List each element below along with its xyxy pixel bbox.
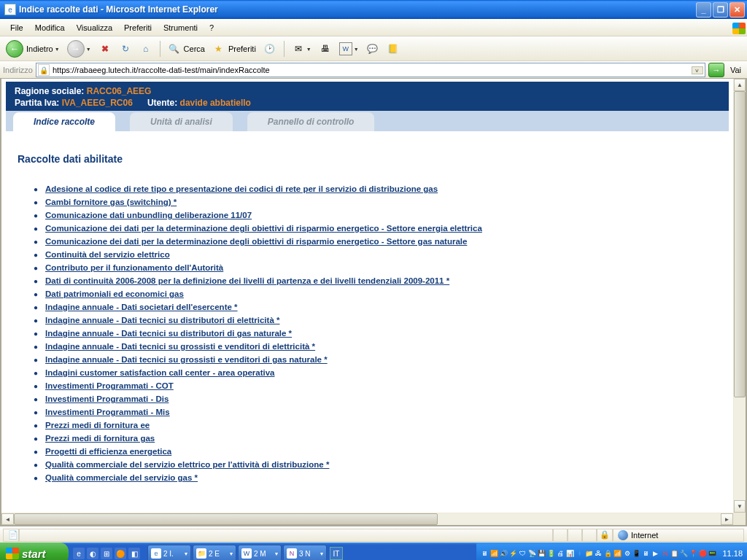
refresh-button[interactable]: ↻	[116, 40, 135, 58]
raccolta-link[interactable]: Continuità del servizio elettrico	[45, 250, 170, 259]
ql-ie-icon[interactable]: e	[73, 548, 85, 559]
menu-favorites[interactable]: Preferiti	[118, 22, 158, 34]
raccolta-link[interactable]: Prezzi medi di fornitura ee	[45, 421, 150, 429]
back-button[interactable]: ← Indietro ▼	[3, 40, 63, 58]
raccolta-link[interactable]: Qualità commerciale del servizio gas *	[45, 473, 198, 482]
search-button[interactable]: 🔍 Cerca	[165, 40, 208, 58]
favorites-button[interactable]: ★ Preferiti	[209, 40, 259, 58]
scroll-track[interactable]	[14, 513, 721, 525]
tray-icon[interactable]: ᚼ	[576, 550, 584, 558]
tray-icon[interactable]: ▶	[651, 550, 659, 558]
tray-icon[interactable]: 📶	[614, 550, 622, 558]
tray-icon[interactable]: ⚙	[623, 550, 631, 558]
scroll-up-button[interactable]: ▲	[734, 79, 746, 91]
tray-icon[interactable]: 📶	[490, 550, 498, 558]
raccolta-link[interactable]: Dati patrimoniali ed economici gas	[45, 289, 184, 298]
tray-icon[interactable]: N	[661, 550, 669, 558]
menu-file[interactable]: File	[4, 22, 29, 34]
tray-icon[interactable]: 🖧	[595, 550, 603, 558]
stop-button[interactable]: ✖	[96, 40, 115, 58]
menu-tools[interactable]: Strumenti	[158, 22, 204, 34]
scroll-left-button[interactable]: ◄	[1, 513, 14, 525]
address-field[interactable]: 🔒 https://rabaeeg.lutech.it/raccolte-dat…	[36, 63, 705, 77]
raccolta-link[interactable]: Indagine annuale - Dati societari dell'e…	[45, 303, 238, 311]
raccolta-link[interactable]: Indagine annuale - Dati tecnici su distr…	[45, 329, 292, 338]
scroll-thumb[interactable]	[734, 91, 746, 397]
history-button[interactable]: 🕑	[260, 40, 279, 58]
tray-icon[interactable]: ⚡	[509, 550, 517, 558]
raccolta-link[interactable]: Cambi fornitore gas (switching) *	[45, 198, 177, 206]
tray-icon[interactable]: 🖥	[481, 550, 489, 558]
address-dropdown-button[interactable]: ⅴ	[692, 66, 703, 74]
tray-icon[interactable]: 🛑	[699, 550, 707, 558]
raccolta-link[interactable]: Progetti di efficienza energetica	[45, 447, 171, 456]
tray-icon[interactable]: 🛡	[519, 550, 527, 558]
tray-icon[interactable]: 🔋	[547, 550, 555, 558]
taskbar-task[interactable]: e2 I.▾	[147, 545, 191, 560]
tray-icon[interactable]: 📁	[585, 550, 593, 558]
edit-button[interactable]: W▼	[336, 40, 362, 58]
tray-icon[interactable]: 🔊	[500, 550, 508, 558]
tray-icon[interactable]: 🖥	[642, 550, 650, 558]
taskbar-task[interactable]: W2 M▾	[238, 545, 282, 560]
raccolta-link[interactable]: Dati di continuità 2006-2008 per la defi…	[45, 276, 449, 285]
tray-icon[interactable]: 🔒	[604, 550, 612, 558]
raccolta-link[interactable]: Comunicazione dati unbundling deliberazi…	[45, 211, 252, 219]
scroll-thumb-h[interactable]	[14, 513, 438, 525]
language-indicator[interactable]: IT	[330, 547, 343, 560]
raccolta-link[interactable]: Indagine annuale - Dati tecnici su gross…	[45, 355, 328, 364]
raccolta-link[interactable]: Adesione al codice di rete tipo e presen…	[45, 184, 438, 193]
tray-icon[interactable]: 📊	[566, 550, 574, 558]
raccolta-link[interactable]: Contributo per il funzionamento dell'Aut…	[45, 263, 223, 272]
forward-button[interactable]: → ▼	[64, 40, 94, 58]
tray-icon[interactable]: 🔧	[680, 550, 688, 558]
ql-icon[interactable]: 🟠	[115, 548, 126, 559]
tray-icon[interactable]: 📟	[708, 550, 716, 558]
scroll-right-button[interactable]: ►	[721, 513, 733, 525]
raccolta-link[interactable]: Investimenti Programmati - Mis	[45, 408, 170, 416]
tray-icon[interactable]: 📱	[632, 550, 640, 558]
discuss-button[interactable]: 💬	[363, 40, 382, 58]
minimize-button[interactable]: _	[696, 2, 711, 18]
tab-unita[interactable]: Unità di analisi	[130, 112, 233, 131]
tray-icon[interactable]: 💾	[538, 550, 546, 558]
start-button[interactable]: start	[0, 542, 69, 560]
tray-icon[interactable]: 🖨	[557, 550, 565, 558]
print-button[interactable]: 🖶	[316, 40, 335, 58]
menu-view[interactable]: Visualizza	[71, 22, 118, 34]
research-button[interactable]: 📒	[384, 40, 403, 58]
tray-icon[interactable]: 📋	[670, 550, 678, 558]
raccolta-link[interactable]: Indagine annuale - Dati tecnici su distr…	[45, 316, 279, 324]
tray-icon[interactable]: 📡	[528, 550, 536, 558]
ql-icon[interactable]: ⊞	[101, 548, 112, 559]
vertical-scrollbar[interactable]: ▲ ▼	[733, 79, 746, 513]
clock[interactable]: 11.18	[722, 549, 743, 558]
raccolta-link[interactable]: Investimenti Programmati - COT	[45, 381, 174, 390]
taskbar-task[interactable]: 📁2 E▾	[193, 545, 236, 560]
taskbar-task[interactable]: N3 N▾	[283, 545, 327, 560]
tab-indice[interactable]: Indice raccolte	[13, 112, 115, 131]
raccolta-link[interactable]: Comunicazione dei dati per la determinaz…	[45, 224, 482, 233]
home-button[interactable]: ⌂	[136, 40, 155, 58]
go-button[interactable]: →	[708, 63, 724, 77]
close-button[interactable]: ✕	[729, 2, 745, 18]
raccolta-link[interactable]: Indagini customer satisfaction call cent…	[45, 368, 274, 377]
scroll-down-button[interactable]: ▼	[734, 500, 746, 513]
raccolta-link[interactable]: Investimenti Programmati - Dis	[45, 394, 169, 403]
ql-icon[interactable]: ◐	[87, 548, 98, 559]
menu-help[interactable]: ?	[204, 22, 220, 34]
raccolta-link[interactable]: Qualità commerciale del servizio elettri…	[45, 460, 329, 469]
raccolta-link[interactable]: Prezzi medi di fornitura gas	[45, 434, 155, 443]
raccolta-link[interactable]: Indagine annuale - Dati tecnici su gross…	[45, 342, 315, 351]
mail-button[interactable]: ✉▼	[289, 40, 314, 58]
ql-icon[interactable]: ◧	[128, 548, 140, 559]
raccolta-link[interactable]: Comunicazione dei dati per la determinaz…	[45, 237, 467, 246]
horizontal-scrollbar[interactable]: ◄ ►	[1, 513, 733, 525]
tab-pannello[interactable]: Pannello di controllo	[247, 112, 375, 131]
menu-edit[interactable]: Modifica	[29, 22, 71, 34]
status-zone[interactable]: Internet	[613, 529, 744, 542]
maximize-button[interactable]: ❐	[713, 2, 728, 18]
task-buttons: e2 I.▾📁2 E▾W2 M▾N3 N▾	[147, 545, 327, 560]
tray-icon[interactable]: 📍	[689, 550, 697, 558]
page-header: Ragione sociale: RACC06_AEEG Partita Iva…	[6, 82, 729, 111]
